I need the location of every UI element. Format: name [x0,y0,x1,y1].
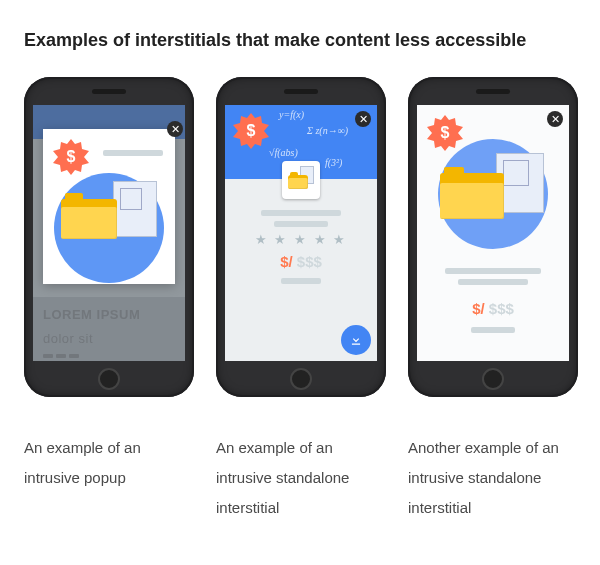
price-display: $/ $$$ [225,253,377,270]
example-2: ✕ $ y=f(x) Σ z(n→∞) √f(abs) f(3²) [216,77,386,523]
example-3: ✕ $ $/ $$$ [408,77,578,523]
folder-document-illustration [438,157,548,247]
phone-home-button [290,368,312,390]
text-placeholder [274,221,328,227]
rating-stars: ★ ★ ★ ★ ★ [225,232,377,247]
phone-home-button [482,368,504,390]
phone-speaker [92,89,126,94]
phone-home-button [98,368,120,390]
page-title: Examples of interstitials that make cont… [24,30,576,51]
download-icon[interactable] [341,325,371,355]
phone-frame: ✕ $ y=f(x) Σ z(n→∞) √f(abs) f(3²) [216,77,386,397]
text-placeholder [445,268,541,274]
popup-card: ✕ $ [43,129,175,284]
text-placeholder [471,327,515,333]
dollar-badge-icon: $ [233,113,269,149]
dollar-badge-icon: $ [427,115,463,151]
example-caption: An example of an intrusive standalone in… [216,433,386,523]
text-placeholder [103,150,163,156]
decorative-math: y=f(x) [279,109,304,120]
close-icon[interactable]: ✕ [167,121,183,137]
example-caption: Another example of an intrusive standalo… [408,433,578,523]
folder-document-illustration [59,187,159,267]
text-placeholder [281,278,321,284]
phone-speaker [476,89,510,94]
price-display: $/ $$$ [417,300,569,317]
example-1: LOREM IPSUM dolor sit ✕ $ [24,77,194,523]
decorative-math: √f(abs) [269,147,298,158]
dollar-badge-icon: $ [53,139,89,175]
document-icon [113,181,157,237]
phone-frame: LOREM IPSUM dolor sit ✕ $ [24,77,194,397]
text-placeholder [458,279,528,285]
phone-frame: ✕ $ $/ $$$ [408,77,578,397]
decorative-math: f(3²) [325,157,342,168]
phone-screen: ✕ $ $/ $$$ [417,105,569,361]
decorative-math: Σ z(n→∞) [307,125,348,136]
close-icon[interactable]: ✕ [547,111,563,127]
example-caption: An example of an intrusive popup [24,433,194,493]
phone-screen: LOREM IPSUM dolor sit ✕ $ [33,105,185,361]
examples-row: LOREM IPSUM dolor sit ✕ $ [24,77,576,523]
close-icon[interactable]: ✕ [355,111,371,127]
app-icon-card [282,161,320,199]
text-placeholder [261,210,341,216]
phone-speaker [284,89,318,94]
phone-screen: ✕ $ y=f(x) Σ z(n→∞) √f(abs) f(3²) [225,105,377,361]
